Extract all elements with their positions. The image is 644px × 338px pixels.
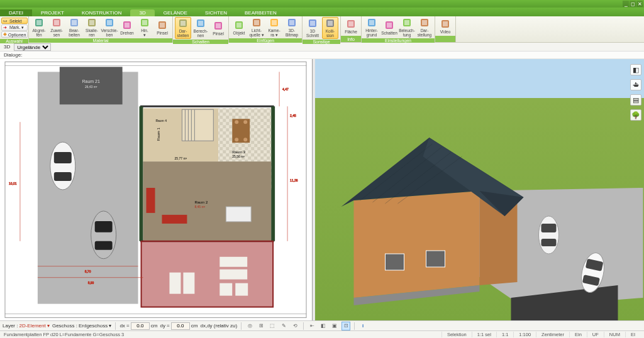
tab-gelaende[interactable]: GELÄNDE xyxy=(155,9,196,16)
tool-icon[interactable]: ⟲ xyxy=(291,322,299,330)
ribbon-tool[interactable]: Objekt xyxy=(231,19,247,36)
svg-rect-15 xyxy=(160,23,165,28)
svg-rect-19 xyxy=(198,21,203,26)
svg-rect-3 xyxy=(54,20,59,25)
ribbon-caption: Einstellungen xyxy=(362,38,435,43)
svg-text:Raum 3: Raum 3 xyxy=(232,150,246,154)
close-icon[interactable]: ✕ xyxy=(636,1,643,7)
ribbon-tool[interactable]: Hinter-grund xyxy=(364,17,380,38)
coord-mode[interactable]: dx,dy (relativ zu) xyxy=(200,323,237,329)
svg-text:8,99: 8,99 xyxy=(88,281,94,285)
tab-sichten[interactable]: SICHTEN xyxy=(196,9,236,16)
svg-rect-23 xyxy=(236,23,242,28)
svg-point-76 xyxy=(243,120,247,124)
svg-rect-9 xyxy=(107,20,112,25)
svg-rect-55 xyxy=(95,241,113,250)
ribbon-tool[interactable]: Skalie-ren xyxy=(84,17,100,38)
svg-rect-43 xyxy=(422,20,427,25)
ribbon-caption: Info xyxy=(341,36,361,42)
svg-rect-11 xyxy=(125,23,130,28)
svg-text:25,56 m²: 25,56 m² xyxy=(232,155,245,158)
svg-text:11,36: 11,36 xyxy=(290,178,298,182)
tool-icon[interactable]: ⊡ xyxy=(341,322,350,330)
tool-icon[interactable]: ◎ xyxy=(245,322,254,330)
svg-rect-37 xyxy=(369,20,374,25)
ribbon-tool[interactable]: Verschie-ben xyxy=(101,17,118,38)
ribbon-caption xyxy=(435,36,455,42)
info-icon[interactable]: i xyxy=(358,322,367,330)
ribbon-tool[interactable]: Dar-stellen xyxy=(175,17,191,39)
ribbon-tool[interactable]: Bear-beiten xyxy=(66,17,82,38)
tool-icon[interactable]: ⬚ xyxy=(268,322,277,330)
svg-text:Raum 1: Raum 1 xyxy=(157,128,160,141)
pane-2d[interactable]: Raum 21 26,43 m² xyxy=(0,59,313,320)
select-button[interactable]: ▭Selekt xyxy=(1,18,28,24)
ribbon-tool[interactable]: Kolli-sion xyxy=(322,17,338,39)
window-controls: ⎯ ◻ ✕ xyxy=(623,1,643,7)
ribbon-tool[interactable]: Schatten xyxy=(381,19,397,36)
ribbon-tool[interactable]: Pinsel xyxy=(210,20,226,36)
geschoss-select[interactable]: Erdgeschoss ▾ xyxy=(79,323,111,329)
ribbon-tool[interactable]: Dar-stellung xyxy=(416,17,433,38)
svg-rect-57 xyxy=(140,106,143,241)
car-icon xyxy=(539,216,559,254)
ribbon-tool[interactable]: Abgrei-fen xyxy=(31,17,47,38)
svg-point-78 xyxy=(243,138,247,141)
tool-icon[interactable]: ⊞ xyxy=(257,322,265,330)
svg-rect-90 xyxy=(219,270,247,280)
dy-input[interactable] xyxy=(171,322,190,330)
tab-bearbeiten[interactable]: BEARBEITEN xyxy=(236,9,286,16)
tab-konstruktion[interactable]: KONSTRUKTION xyxy=(73,9,131,16)
dialoge-label: Dialoge: xyxy=(0,52,644,59)
tab-projekt[interactable]: PROJEKT xyxy=(32,9,73,16)
ribbon-tool[interactable]: 3D-Bitmap xyxy=(284,17,300,38)
furniture-icon[interactable]: ⛴ xyxy=(630,79,641,90)
dx-input[interactable] xyxy=(131,322,150,330)
tool-icon[interactable]: ▣ xyxy=(330,322,339,330)
ribbon-caption: Sonstige xyxy=(303,40,340,44)
texture-icon[interactable]: ▤ xyxy=(630,94,641,106)
ribbon-tool[interactable]: Fläche xyxy=(343,18,359,35)
svg-point-77 xyxy=(235,138,238,141)
ribbon-tool[interactable]: Drehen xyxy=(119,19,135,36)
svg-text:8,45 m²: 8,45 m² xyxy=(194,205,205,209)
ribbon-tool[interactable]: Video xyxy=(437,18,453,35)
bottom-toolbar: Layer : 2D-Element ▾ Geschoss : Erdgesch… xyxy=(0,320,644,330)
tool-icon[interactable]: ◧ xyxy=(319,322,328,330)
svg-text:2,45: 2,45 xyxy=(290,114,296,117)
room-label: Raum 21 xyxy=(82,79,100,84)
tree-icon[interactable]: 🌳 xyxy=(630,109,641,121)
svg-text:4,47: 4,47 xyxy=(282,87,289,91)
layer-select[interactable]: 2D-Element ▾ xyxy=(19,323,49,329)
svg-marker-109 xyxy=(354,191,480,298)
car-icon xyxy=(50,142,75,190)
ribbon-caption: Einfügen xyxy=(229,38,302,43)
layers-icon[interactable]: ◧ xyxy=(630,64,641,75)
svg-rect-84 xyxy=(226,207,251,222)
ribbon-caption: Material xyxy=(29,38,172,43)
maximize-icon[interactable]: ◻ xyxy=(630,1,636,7)
options-button[interactable]: ✚Optionen xyxy=(1,31,28,38)
svg-rect-13 xyxy=(142,20,147,25)
subbar-select[interactable]: Urgelände xyxy=(14,43,51,51)
tool-icon[interactable]: ⇤ xyxy=(308,322,316,330)
svg-rect-7 xyxy=(89,20,94,25)
ribbon-tool[interactable]: Berech-nen xyxy=(192,18,209,38)
svg-text:Raum 4: Raum 4 xyxy=(156,119,167,123)
svg-rect-112 xyxy=(426,251,445,267)
tab-datei[interactable]: DATEI xyxy=(0,9,32,16)
ribbon-tool[interactable]: Pinsel xyxy=(154,19,170,36)
pane-3d[interactable]: ◧ ⛴ ▤ 🌳 xyxy=(315,59,644,320)
mark-button[interactable]: ➜Mark. ▾ xyxy=(1,25,28,31)
tool-icon[interactable]: ✎ xyxy=(279,322,288,330)
ribbon-tool[interactable]: Hin.▾ xyxy=(136,17,153,38)
title-bar: ⎯ ◻ ✕ xyxy=(0,0,644,8)
tab-3d[interactable]: 3D xyxy=(130,9,154,16)
ribbon-tool[interactable]: Licht-quelle ▾ xyxy=(248,17,265,38)
ribbon-tool[interactable]: Beleuch-tung xyxy=(399,17,415,38)
minimize-icon[interactable]: ⎯ xyxy=(623,1,629,7)
ribbon-tool[interactable]: 3DSchnitt xyxy=(304,18,321,38)
ribbon-tool[interactable]: Zuwei-sen xyxy=(48,17,65,38)
workspace: Raum 21 26,43 m² xyxy=(0,59,644,320)
ribbon-tool[interactable]: Kame-ra ▾ xyxy=(266,17,282,38)
